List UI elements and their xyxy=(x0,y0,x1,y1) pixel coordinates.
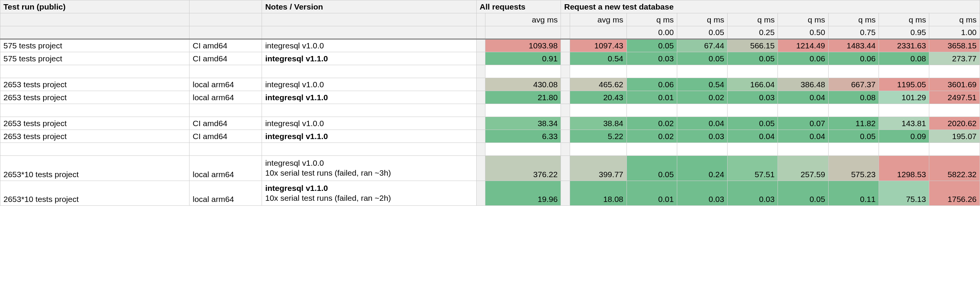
separator-cell xyxy=(879,143,929,156)
cell-quantile: 2331.63 xyxy=(879,39,929,52)
separator-cell xyxy=(190,104,262,117)
cell-env: CI amd64 xyxy=(190,117,262,130)
separator-cell xyxy=(778,65,828,78)
cell-env: CI amd64 xyxy=(190,39,262,52)
spacer-cell xyxy=(561,52,570,65)
cell-all-avg: 376.22 xyxy=(485,156,561,181)
cell-quantile: 0.54 xyxy=(677,78,727,91)
cell-req-avg: 0.54 xyxy=(570,52,627,65)
header-unit: avg ms xyxy=(485,13,561,26)
cell-quantile: 0.08 xyxy=(879,52,929,65)
cell-quantile: 0.03 xyxy=(728,181,778,206)
cell-quantile: 0.02 xyxy=(627,130,677,143)
cell-env: local arm64 xyxy=(190,181,262,206)
cell-quantile: 0.04 xyxy=(677,117,727,130)
header-spacer xyxy=(262,13,476,26)
separator-cell xyxy=(929,104,980,117)
cell-notes: integresql v1.0.0 xyxy=(262,39,476,52)
cell-quantile: 0.06 xyxy=(778,52,828,65)
cell-req-avg: 465.62 xyxy=(570,78,627,91)
header-unit: q ms xyxy=(778,13,828,26)
table-header: Test run (public) Notes / Version All re… xyxy=(0,0,980,39)
separator-cell xyxy=(262,65,476,78)
cell-env: local arm64 xyxy=(190,91,262,104)
cell-quantile: 0.06 xyxy=(627,78,677,91)
cell-req-avg: 38.84 xyxy=(570,117,627,130)
header-spacer xyxy=(190,26,262,39)
separator-cell xyxy=(828,143,879,156)
cell-quantile: 0.04 xyxy=(778,130,828,143)
separator-cell xyxy=(828,104,879,117)
header-unit: q ms xyxy=(677,13,727,26)
cell-req-avg: 18.08 xyxy=(570,181,627,206)
separator-cell xyxy=(485,65,561,78)
header-spacer xyxy=(190,13,262,26)
header-spacer xyxy=(262,26,476,39)
cell-quantile: 0.06 xyxy=(828,52,879,65)
cell-quantile: 0.05 xyxy=(728,117,778,130)
separator-cell xyxy=(677,65,727,78)
separator-cell xyxy=(728,65,778,78)
table-row: 2653 tests projectCI amd64integresql v1.… xyxy=(0,130,980,143)
spacer-cell xyxy=(476,78,485,91)
benchmark-table: Test run (public) Notes / Version All re… xyxy=(0,0,980,206)
separator-cell xyxy=(879,65,929,78)
cell-quantile: 575.23 xyxy=(828,156,879,181)
cell-quantile: 0.03 xyxy=(728,91,778,104)
separator-cell xyxy=(0,143,190,156)
spacer-cell xyxy=(476,181,485,206)
cell-env: CI amd64 xyxy=(190,52,262,65)
cell-quantile: 2497.51 xyxy=(929,91,980,104)
separator-cell xyxy=(828,65,879,78)
header-unit: avg ms xyxy=(570,13,627,26)
separator-cell xyxy=(0,104,190,117)
cell-quantile: 67.44 xyxy=(677,39,727,52)
separator-cell xyxy=(778,104,828,117)
separator-cell xyxy=(476,143,485,156)
cell-env: local arm64 xyxy=(190,78,262,91)
spacer-cell xyxy=(561,78,570,91)
spacer-cell xyxy=(476,117,485,130)
header-spacer xyxy=(476,13,485,26)
cell-test-run: 575 tests project xyxy=(0,52,190,65)
header-unit: q ms xyxy=(828,13,879,26)
cell-quantile: 1298.53 xyxy=(879,156,929,181)
cell-req-avg: 1097.43 xyxy=(570,39,627,52)
cell-quantile: 0.05 xyxy=(677,52,727,65)
cell-quantile: 143.81 xyxy=(879,117,929,130)
table-row: 575 tests projectCI amd64integresql v1.1… xyxy=(0,52,980,65)
cell-quantile: 1195.05 xyxy=(879,78,929,91)
cell-quantile: 0.01 xyxy=(627,181,677,206)
spacer-cell xyxy=(561,117,570,130)
table-row: 2653 tests projectCI amd64integresql v1.… xyxy=(0,117,980,130)
header-quantile: 0.95 xyxy=(879,26,929,39)
cell-quantile: 0.09 xyxy=(879,130,929,143)
separator-cell xyxy=(677,143,727,156)
cell-quantile: 0.03 xyxy=(627,52,677,65)
separator-cell xyxy=(879,104,929,117)
spacer-cell xyxy=(476,52,485,65)
separator-cell xyxy=(485,143,561,156)
header-spacer xyxy=(0,13,190,26)
cell-quantile: 101.29 xyxy=(879,91,929,104)
header-unit: q ms xyxy=(627,13,677,26)
cell-test-run: 575 tests project xyxy=(0,39,190,52)
separator-cell xyxy=(728,143,778,156)
cell-notes: integresql v1.1.0 xyxy=(262,91,476,104)
cell-quantile: 0.03 xyxy=(677,130,727,143)
cell-quantile: 0.01 xyxy=(627,91,677,104)
separator-cell xyxy=(677,104,727,117)
cell-notes: integresql v1.0.010x serial test runs (f… xyxy=(262,156,476,181)
header-quantile: 0.75 xyxy=(828,26,879,39)
cell-quantile: 257.59 xyxy=(778,156,828,181)
cell-quantile: 0.07 xyxy=(778,117,828,130)
header-quantile: 0.05 xyxy=(677,26,727,39)
cell-all-avg: 19.96 xyxy=(485,181,561,206)
separator-cell xyxy=(190,65,262,78)
cell-quantile: 0.02 xyxy=(677,91,727,104)
header-request-new-db: Request a new test database xyxy=(561,0,980,13)
cell-test-run: 2653 tests project xyxy=(0,91,190,104)
cell-all-avg: 430.08 xyxy=(485,78,561,91)
spacer-cell xyxy=(561,39,570,52)
cell-quantile: 1483.44 xyxy=(828,39,879,52)
